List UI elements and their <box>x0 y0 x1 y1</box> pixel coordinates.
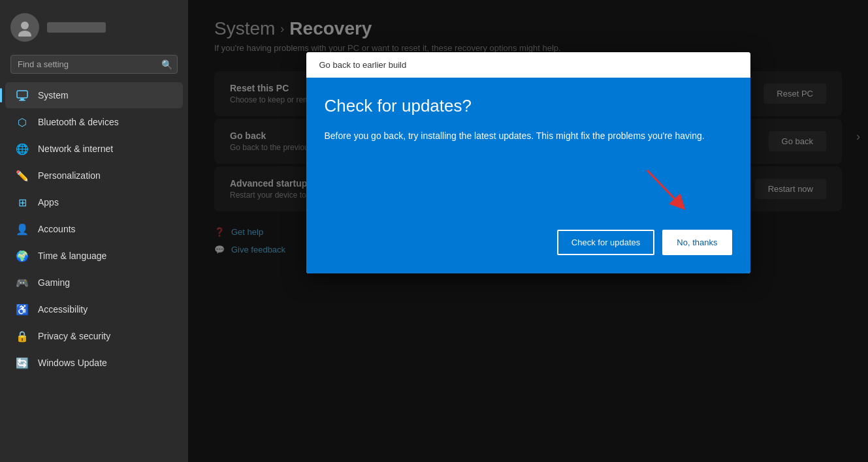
search-container[interactable]: 🔍 <box>10 55 178 74</box>
sidebar-item-personalization[interactable]: ✏️ Personalization <box>5 162 183 189</box>
accounts-icon: 👤 <box>16 223 29 236</box>
sidebar-item-label-gaming: Gaming <box>38 277 70 288</box>
sidebar-nav: System ⬡ Bluetooth & devices 🌐 Network &… <box>0 82 188 377</box>
dialog-header: Go back to earlier build <box>306 52 750 78</box>
sidebar: 🔍 System ⬡ Bluetooth & devices 🌐 Network… <box>0 0 188 462</box>
avatar <box>10 13 39 42</box>
sidebar-item-accounts[interactable]: 👤 Accounts <box>5 216 183 242</box>
sidebar-item-privacy[interactable]: 🔒 Privacy & security <box>5 323 183 349</box>
sidebar-item-windows-update[interactable]: 🔄 Windows Update <box>5 350 183 376</box>
network-icon: 🌐 <box>16 142 29 155</box>
dialog-body: Check for updates? Before you go back, t… <box>306 78 750 273</box>
apps-icon: ⊞ <box>16 196 29 209</box>
sidebar-item-system[interactable]: System <box>5 82 183 108</box>
username-bar <box>47 22 106 33</box>
sidebar-item-accessibility[interactable]: ♿ Accessibility <box>5 296 183 322</box>
personalization-icon: ✏️ <box>16 169 29 182</box>
sidebar-item-label-windows-update: Windows Update <box>38 358 107 368</box>
sidebar-item-label-personalization: Personalization <box>38 170 101 181</box>
bluetooth-icon: ⬡ <box>16 116 29 129</box>
sidebar-item-apps[interactable]: ⊞ Apps <box>5 189 183 215</box>
svg-point-1 <box>18 31 31 37</box>
sidebar-item-label-time: Time & language <box>38 251 106 261</box>
sidebar-item-gaming[interactable]: 🎮 Gaming <box>5 270 183 296</box>
sidebar-item-label-privacy: Privacy & security <box>38 331 110 341</box>
sidebar-item-network[interactable]: 🌐 Network & internet <box>5 136 183 162</box>
svg-rect-3 <box>20 99 24 100</box>
sidebar-item-bluetooth[interactable]: ⬡ Bluetooth & devices <box>5 109 183 135</box>
user-profile[interactable] <box>0 0 188 52</box>
search-icon: 🔍 <box>161 59 172 70</box>
svg-rect-4 <box>19 100 25 101</box>
check-for-updates-button[interactable]: Check for updates <box>557 230 655 255</box>
dialog-overlay: Go back to earlier build Check for updat… <box>188 0 868 462</box>
system-icon <box>16 89 29 102</box>
sidebar-item-label-network: Network & internet <box>38 144 113 154</box>
dialog-header-label: Go back to earlier build <box>319 60 407 70</box>
svg-point-0 <box>21 22 29 29</box>
svg-rect-2 <box>17 91 27 98</box>
sidebar-item-label-bluetooth: Bluetooth & devices <box>38 117 119 127</box>
no-thanks-button[interactable]: No, thanks <box>662 230 731 255</box>
dialog: Go back to earlier build Check for updat… <box>306 52 750 273</box>
windows-update-icon: 🔄 <box>16 356 29 369</box>
gaming-icon: 🎮 <box>16 276 29 289</box>
sidebar-item-label-accessibility: Accessibility <box>38 304 88 315</box>
privacy-icon: 🔒 <box>16 330 29 343</box>
time-icon: 🌍 <box>16 249 29 262</box>
dialog-actions: Check for updates No, thanks <box>325 230 732 255</box>
accessibility-icon: ♿ <box>16 303 29 316</box>
dialog-description: Before you go back, try installing the l… <box>325 129 732 204</box>
main-wrapper: System › Recovery If you're having probl… <box>188 0 868 462</box>
sidebar-item-label-accounts: Accounts <box>38 224 76 234</box>
sidebar-item-time[interactable]: 🌍 Time & language <box>5 243 183 269</box>
sidebar-item-label-system: System <box>38 90 69 100</box>
sidebar-item-label-apps: Apps <box>38 197 59 208</box>
search-input[interactable] <box>10 55 178 74</box>
dialog-title: Check for updates? <box>325 96 732 116</box>
